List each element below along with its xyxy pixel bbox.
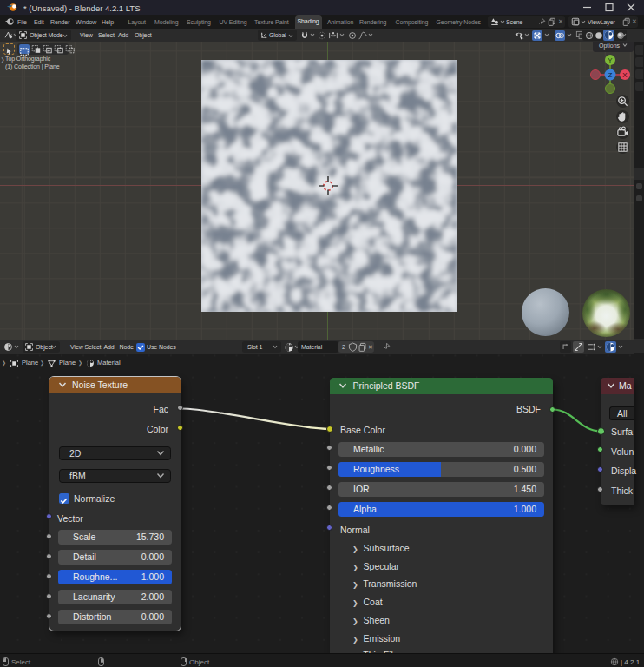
- svg-text:Z: Z: [608, 71, 613, 79]
- svg-text:X: X: [622, 71, 628, 79]
- svg-text:Y: Y: [608, 56, 613, 64]
